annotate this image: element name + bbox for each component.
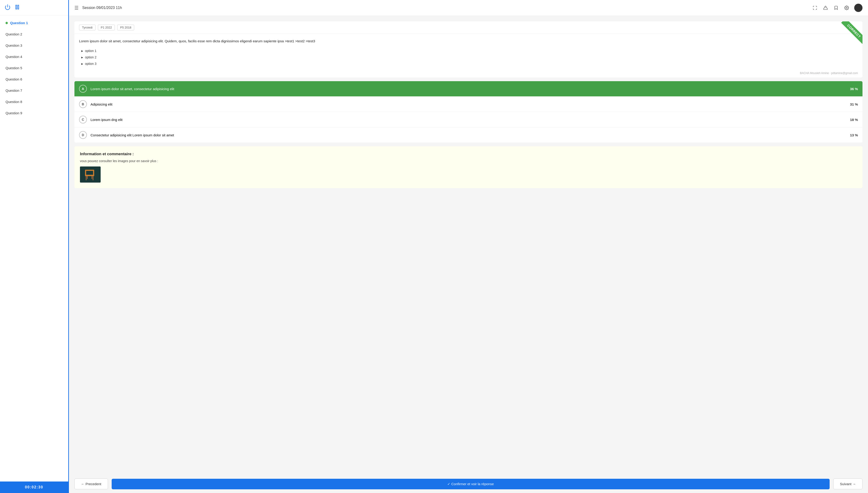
answer-row-c[interactable]: C Lorem ipsum dng elit 18 % [74, 112, 863, 127]
main-panel: ☰ Session 09/01/2023 11h [69, 0, 868, 493]
sidebar-header [0, 0, 68, 16]
next-button[interactable]: Suivant → [833, 478, 863, 489]
user-avatar[interactable] [854, 4, 863, 12]
svg-rect-14 [85, 170, 94, 171]
option-item: ▶ option 3 [81, 61, 855, 67]
triangle-icon: ▶ [81, 63, 83, 65]
answer-circle-c: C [79, 116, 87, 124]
info-title: Information et commentaire : [80, 152, 857, 156]
sidebar-item-label: Question 4 [5, 55, 22, 59]
svg-rect-6 [80, 167, 100, 183]
triangle-icon: ▶ [81, 56, 83, 59]
prev-button[interactable]: ← Precedent [74, 478, 108, 489]
option-label: option 2 [85, 56, 96, 59]
svg-rect-13 [93, 170, 94, 175]
tag-p5-2018[interactable]: P5 2018 [117, 25, 134, 30]
info-card: Information et commentaire : vous pouvez… [74, 146, 863, 188]
fullscreen-icon[interactable] [812, 5, 818, 11]
svg-rect-7 [86, 176, 87, 180]
author-line: BACHA Mousleh Amine · pdtamine@gmail.com [74, 71, 863, 78]
sidebar-item-question9[interactable]: Question 9 [0, 107, 68, 119]
answer-circle-a: A [79, 85, 87, 93]
sidebar-item-question6[interactable]: Question 6 [0, 73, 68, 85]
active-dot [5, 22, 8, 24]
sidebar-item-question2[interactable]: Question 2 [0, 28, 68, 40]
svg-rect-2 [18, 5, 19, 9]
sidebar: Question 1 Question 2 Question 3 Questio… [0, 0, 69, 493]
sidebar-item-label: Question 3 [5, 43, 22, 47]
sidebar-item-question4[interactable]: Question 4 [0, 51, 68, 62]
svg-rect-8 [93, 176, 93, 180]
question-list: Question 1 Question 2 Question 3 Questio… [0, 16, 68, 481]
warning-icon[interactable] [823, 5, 828, 11]
answer-text-d: Consectetur adipisicing elit Lorem ipsum… [91, 133, 846, 137]
question-card: Tyroiedi P1 2022 P5 2018 Lorem ipsum dol… [74, 21, 863, 78]
answer-row-b[interactable]: B Adipisicing elit 31 % [74, 97, 863, 112]
svg-rect-9 [87, 176, 88, 179]
sidebar-item-label: Question 6 [5, 77, 22, 81]
topbar-icons [812, 4, 863, 12]
svg-rect-1 [16, 5, 17, 9]
session-title: Session 09/01/2023 11h [82, 6, 122, 10]
tag-p1-2022[interactable]: P1 2022 [98, 25, 115, 30]
sidebar-item-label: Question 8 [5, 100, 22, 104]
bottom-bar: ← Precedent ✓ Confirmer et voir la répon… [69, 475, 868, 493]
answer-row-a[interactable]: A Lorem ipsum dolor sit amet, consectetu… [74, 81, 863, 97]
svg-rect-10 [91, 176, 92, 179]
tags-row: Tyroiedi P1 2022 P5 2018 [74, 21, 863, 34]
answer-pct-b: 31 % [850, 102, 858, 106]
answer-pct-a: 36 % [850, 87, 858, 91]
options-list: ▶ option 1 ▶ option 2 ▶ option 3 [74, 48, 863, 71]
sidebar-item-question7[interactable]: Question 7 [0, 85, 68, 96]
topbar: ☰ Session 09/01/2023 11h [69, 0, 868, 16]
tag-tyroiedi[interactable]: Tyroiedi [79, 25, 96, 30]
topbar-left: ☰ Session 09/01/2023 11h [74, 5, 122, 10]
info-image[interactable] [80, 167, 100, 183]
info-subtitle: vous pouvez consulter les images pour en… [80, 159, 857, 163]
sidebar-item-question5[interactable]: Question 5 [0, 62, 68, 73]
option-label: option 1 [85, 49, 96, 53]
hamburger-icon[interactable]: ☰ [74, 5, 78, 10]
settings-icon[interactable] [844, 5, 850, 11]
question-text: Lorem ipsum dolor sit amet, consectetur … [74, 34, 863, 48]
svg-rect-12 [85, 170, 86, 175]
answer-circle-d: D [79, 131, 87, 139]
sidebar-item-label: Question 2 [5, 32, 22, 36]
svg-point-5 [846, 7, 847, 8]
triangle-icon: ▶ [81, 50, 83, 52]
sidebar-item-question3[interactable]: Question 3 [0, 40, 68, 51]
sidebar-item-question1[interactable]: Question 1 [0, 17, 68, 28]
answer-circle-b: B [79, 100, 87, 108]
timer-display: 00:02:30 [0, 481, 68, 493]
answers-card: A Lorem ipsum dolor sit amet, consectetu… [74, 81, 863, 143]
answer-text-c: Lorem ipsum dng elit [91, 118, 846, 122]
power-icon[interactable] [5, 4, 10, 11]
option-label: option 3 [85, 62, 96, 66]
answer-row-d[interactable]: D Consectetur adipisicing elit Lorem ips… [74, 127, 863, 143]
confirm-button[interactable]: ✓ Confirmer et voir la réponse [112, 479, 830, 489]
option-item: ▶ option 2 [81, 54, 855, 61]
answer-text-b: Adipisicing elit [91, 102, 846, 106]
answer-pct-c: 18 % [850, 118, 858, 122]
sidebar-item-label: Question 7 [5, 88, 22, 92]
answer-pct-d: 13 % [850, 133, 858, 137]
sidebar-item-label: Question 9 [5, 111, 22, 115]
sidebar-item-question8[interactable]: Question 8 [0, 96, 68, 107]
answer-text-a: Lorem ipsum dolor sit amet, consectetur … [91, 87, 846, 91]
svg-rect-11 [85, 175, 94, 176]
sidebar-item-label: Question 1 [10, 21, 28, 25]
option-item: ▶ option 1 [81, 48, 855, 54]
sidebar-item-label: Question 5 [5, 66, 22, 70]
pause-icon[interactable] [14, 4, 20, 11]
bookmark-icon[interactable] [833, 5, 839, 11]
content-area: Tyroiedi P1 2022 P5 2018 Lorem ipsum dol… [69, 16, 868, 475]
